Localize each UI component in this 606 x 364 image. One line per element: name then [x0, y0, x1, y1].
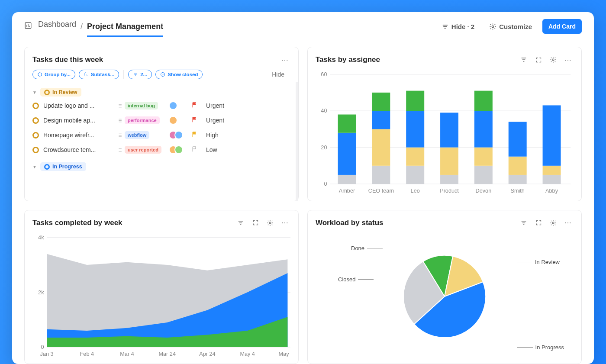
- app-window: Dashboard / Project Management Hide · 2 …: [12, 12, 594, 364]
- group-in-review[interactable]: ▼ In Review: [32, 85, 291, 98]
- filter-icon[interactable]: [518, 54, 529, 65]
- chip-filter[interactable]: 2...: [128, 70, 152, 79]
- avatar[interactable]: [169, 101, 177, 110]
- pie-label-closed: Closed: [338, 276, 374, 283]
- hide-link[interactable]: Hide: [272, 71, 290, 78]
- task-title: Update logo and ...: [43, 102, 113, 109]
- pie-chart: Done In Review Closed In Progress: [308, 233, 581, 364]
- svg-text:0: 0: [324, 181, 327, 187]
- priority-label: Urgent: [206, 102, 224, 109]
- task-tag[interactable]: internal bug: [125, 102, 158, 110]
- priority-label: Low: [206, 146, 217, 153]
- chip-subtasks[interactable]: Subtask...: [79, 70, 119, 79]
- priority-flag-icon[interactable]: [191, 131, 202, 139]
- svg-text:60: 60: [321, 71, 327, 77]
- avatar-stack[interactable]: [169, 145, 187, 154]
- avatar-stack[interactable]: [169, 131, 187, 139]
- task-row[interactable]: Update logo and ... internal bug Urgent: [32, 98, 291, 113]
- svg-rect-21: [406, 166, 424, 184]
- status-ring-icon[interactable]: [32, 147, 39, 153]
- svg-text:Smith: Smith: [510, 188, 524, 194]
- priority-label: Urgent: [206, 117, 224, 124]
- svg-text:Amber: Amber: [339, 188, 355, 194]
- svg-point-57: [552, 222, 554, 224]
- svg-text:Jan 3: Jan 3: [40, 351, 54, 357]
- priority-flag-icon[interactable]: [191, 146, 202, 154]
- svg-text:Product: Product: [440, 188, 459, 194]
- hide-label: Hide · 2: [451, 23, 474, 30]
- svg-rect-27: [440, 148, 458, 175]
- task-row[interactable]: Crowdsource tem... user reported Low: [32, 142, 291, 157]
- svg-rect-13: [338, 133, 356, 175]
- svg-rect-40: [543, 166, 561, 175]
- pie-label-done: Done: [351, 245, 383, 251]
- card-tasks-due: Tasks due this week ⋯ Group by... Subtas…: [24, 47, 299, 201]
- priority-flag-icon[interactable]: [191, 116, 202, 124]
- svg-text:CEO team: CEO team: [368, 188, 394, 194]
- priority-label: High: [206, 132, 219, 139]
- priority-flag-icon[interactable]: [191, 102, 202, 110]
- avatar-stack[interactable]: [169, 101, 187, 110]
- avatar[interactable]: [174, 131, 183, 139]
- svg-text:4k: 4k: [38, 235, 44, 241]
- task-tag[interactable]: performance: [125, 116, 160, 124]
- svg-rect-16: [372, 166, 390, 184]
- status-ring-icon[interactable]: [32, 117, 39, 124]
- svg-rect-32: [474, 111, 493, 147]
- gear-icon[interactable]: [548, 217, 559, 229]
- task-tag[interactable]: user reported: [125, 146, 161, 154]
- chip-show-closed[interactable]: Show closed: [155, 70, 203, 79]
- more-icon[interactable]: ⋯: [562, 217, 574, 229]
- breadcrumb-sep: /: [81, 22, 83, 31]
- chip-group-by[interactable]: Group by...: [32, 70, 75, 79]
- svg-text:May 4: May 4: [240, 351, 255, 357]
- add-card-button[interactable]: Add Card: [542, 19, 582, 34]
- card-tasks-by-assignee: Tasks by assignee ⋯ 0204060AmberCEO team…: [307, 47, 582, 201]
- card-title: Tasks completed by week: [32, 219, 122, 227]
- svg-text:40: 40: [321, 108, 327, 114]
- task-row[interactable]: Design mobile ap... performance Urgent: [32, 113, 291, 128]
- svg-text:Apr 24: Apr 24: [199, 351, 215, 357]
- status-ring-icon[interactable]: [32, 132, 39, 139]
- card-title: Tasks due this week: [32, 55, 103, 64]
- caret-down-icon[interactable]: ▼: [32, 90, 37, 95]
- svg-rect-23: [406, 111, 424, 147]
- expand-icon[interactable]: [250, 217, 261, 229]
- chip-row: Group by... Subtask... 2... Show closed …: [25, 70, 298, 82]
- breadcrumb-current[interactable]: Project Management: [87, 22, 163, 37]
- svg-text:Mar 4: Mar 4: [120, 351, 134, 357]
- expand-icon[interactable]: [533, 54, 544, 65]
- card-title: Tasks by assignee: [316, 55, 380, 64]
- svg-rect-22: [406, 148, 424, 166]
- customize-button[interactable]: Customize: [485, 20, 536, 33]
- svg-rect-39: [543, 175, 561, 184]
- filter-icon[interactable]: [235, 217, 246, 229]
- task-row[interactable]: Homepage wirefr... webflow High: [32, 128, 291, 142]
- svg-rect-28: [440, 113, 458, 147]
- expand-icon[interactable]: [533, 217, 544, 229]
- customize-label: Customize: [499, 23, 532, 30]
- svg-rect-35: [509, 175, 527, 184]
- svg-rect-31: [474, 148, 493, 166]
- svg-text:2k: 2k: [38, 289, 44, 295]
- svg-text:0: 0: [41, 344, 44, 350]
- more-icon[interactable]: ⋯: [562, 54, 574, 65]
- svg-rect-36: [509, 157, 527, 175]
- task-tag[interactable]: webflow: [125, 131, 149, 139]
- dashboard-grid: Tasks due this week ⋯ Group by... Subtas…: [12, 37, 594, 364]
- hide-columns-button[interactable]: Hide · 2: [437, 20, 479, 33]
- avatar[interactable]: [174, 145, 183, 154]
- group-in-progress[interactable]: ▼ In Progress: [32, 160, 291, 173]
- more-icon[interactable]: ⋯: [279, 217, 290, 229]
- caret-down-icon[interactable]: ▼: [32, 164, 37, 169]
- avatar-stack[interactable]: [169, 116, 187, 125]
- breadcrumb-root[interactable]: Dashboard: [38, 20, 76, 33]
- pie-label-inreview: In Review: [517, 259, 560, 265]
- status-ring-icon[interactable]: [32, 103, 39, 109]
- more-icon[interactable]: ⋯: [279, 54, 290, 65]
- avatar[interactable]: [169, 116, 177, 125]
- gear-icon[interactable]: [264, 217, 276, 229]
- svg-rect-24: [406, 91, 424, 111]
- gear-icon[interactable]: [548, 54, 559, 65]
- filter-icon[interactable]: [518, 217, 529, 229]
